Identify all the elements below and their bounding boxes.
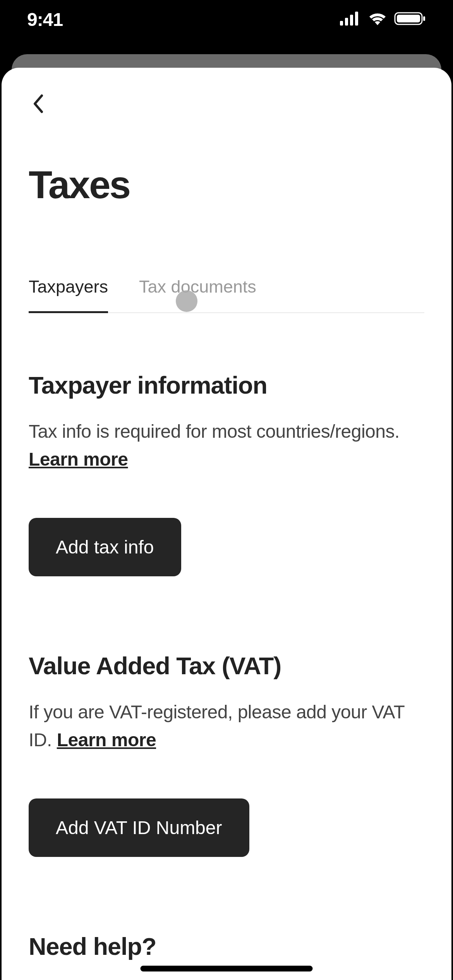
tab-tax-documents[interactable]: Tax documents <box>139 277 256 312</box>
add-vat-id-button[interactable]: Add VAT ID Number <box>29 798 249 857</box>
svg-rect-1 <box>345 18 348 26</box>
cellular-icon <box>340 12 361 27</box>
svg-rect-5 <box>397 15 420 22</box>
section-title: Taxpayer information <box>29 371 424 399</box>
section-description: Tax info is required for most countries/… <box>29 421 400 442</box>
back-button[interactable] <box>29 95 48 114</box>
tab-taxpayers[interactable]: Taxpayers <box>29 277 108 312</box>
learn-more-link[interactable]: Learn more <box>29 449 128 469</box>
section-vat: Value Added Tax (VAT) If you are VAT-reg… <box>29 652 424 857</box>
section-title: Value Added Tax (VAT) <box>29 652 424 680</box>
section-text: Tax info is required for most countries/… <box>29 418 424 473</box>
status-time: 9:41 <box>27 9 63 30</box>
status-bar: 9:41 <box>0 0 453 39</box>
svg-rect-2 <box>350 15 353 26</box>
touch-indicator-icon <box>176 290 197 312</box>
status-icons <box>340 11 426 27</box>
learn-more-link[interactable]: Learn more <box>57 730 156 750</box>
svg-rect-0 <box>340 21 343 26</box>
battery-icon <box>394 11 426 27</box>
tabs-container: Taxpayers Tax documents <box>29 277 424 313</box>
wifi-icon <box>368 11 387 27</box>
page-title: Taxes <box>29 163 424 207</box>
svg-rect-3 <box>355 12 358 26</box>
tab-label: Taxpayers <box>29 277 108 296</box>
home-indicator[interactable] <box>141 966 313 971</box>
add-tax-info-button[interactable]: Add tax info <box>29 518 181 576</box>
svg-rect-6 <box>423 16 425 21</box>
tab-label: Tax documents <box>139 277 256 296</box>
main-sheet: Taxes Taxpayers Tax documents Taxpayer i… <box>2 68 451 980</box>
section-taxpayer-information: Taxpayer information Tax info is require… <box>29 371 424 576</box>
chevron-left-icon <box>33 94 44 115</box>
section-text: If you are VAT-registered, please add yo… <box>29 698 424 754</box>
section-need-help: Need help? <box>29 932 424 960</box>
section-title: Need help? <box>29 932 424 960</box>
